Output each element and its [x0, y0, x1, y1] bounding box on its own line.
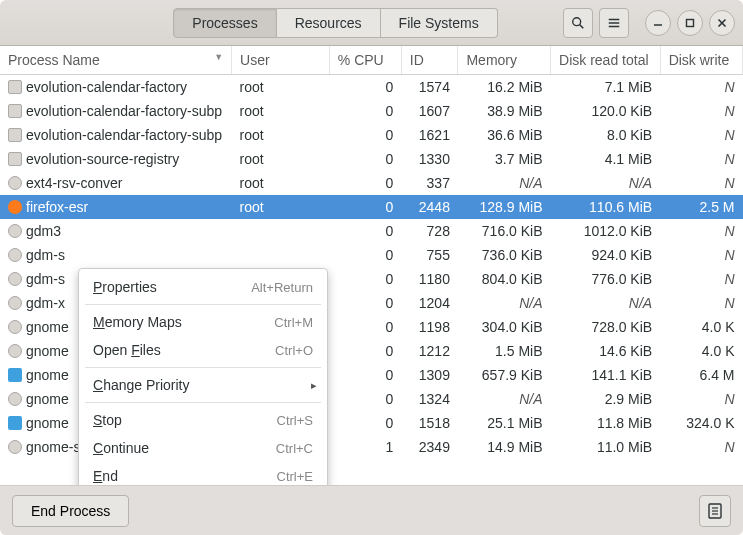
cell-memory: N/A	[458, 387, 551, 411]
menu-item-label: Stop	[93, 412, 122, 428]
process-name: gnome	[26, 343, 69, 359]
tab-filesystems[interactable]: File Systems	[381, 8, 498, 38]
sort-indicator-icon: ▼	[214, 52, 223, 62]
process-icon	[8, 128, 22, 142]
cell-disk-write: N	[660, 75, 742, 100]
menu-item-label: Memory Maps	[93, 314, 182, 330]
col-header-user[interactable]: User	[232, 46, 330, 75]
minimize-button[interactable]	[645, 10, 671, 36]
close-button[interactable]	[709, 10, 735, 36]
search-button[interactable]	[563, 8, 593, 38]
cell-cpu: 0	[329, 171, 401, 195]
process-icon	[8, 320, 22, 334]
cell-cpu: 0	[329, 291, 401, 315]
cell-disk-write: N	[660, 387, 742, 411]
cell-disk-read-total: 728.0 KiB	[551, 315, 661, 339]
process-icon	[8, 272, 22, 286]
svg-rect-6	[687, 19, 694, 26]
table-row[interactable]: evolution-source-registry root 0 1330 3.…	[0, 147, 743, 171]
hamburger-icon	[607, 16, 621, 30]
cell-cpu: 0	[329, 363, 401, 387]
menu-item-continue[interactable]: ContinueCtrl+C	[79, 434, 327, 462]
cell-id: 337	[401, 171, 458, 195]
menu-item-change-priority[interactable]: Change Priority	[79, 371, 327, 399]
cell-id: 1621	[401, 123, 458, 147]
properties-button[interactable]	[699, 495, 731, 527]
menu-item-accel: Ctrl+M	[274, 315, 313, 330]
col-header-name[interactable]: Process Name ▼	[0, 46, 232, 75]
col-header-id[interactable]: ID	[401, 46, 458, 75]
menu-item-accel: Ctrl+S	[277, 413, 313, 428]
cell-id: 1180	[401, 267, 458, 291]
tab-processes[interactable]: Processes	[173, 8, 276, 38]
cell-disk-read-total: 2.9 MiB	[551, 387, 661, 411]
cell-disk-write: N	[660, 171, 742, 195]
end-process-button[interactable]: End Process	[12, 495, 129, 527]
process-icon	[8, 416, 22, 430]
process-icon	[8, 440, 22, 454]
col-header-disk-read-total[interactable]: Disk read total	[551, 46, 661, 75]
menu-item-properties[interactable]: PropertiesAlt+Return	[79, 273, 327, 301]
process-icon	[8, 368, 22, 382]
menu-separator	[85, 304, 321, 305]
cell-id: 1574	[401, 75, 458, 100]
cell-user: root	[232, 171, 330, 195]
cell-disk-read-total: 776.0 KiB	[551, 267, 661, 291]
table-row[interactable]: evolution-calendar-factory-subp root 0 1…	[0, 99, 743, 123]
cell-memory: 1.5 MiB	[458, 339, 551, 363]
maximize-button[interactable]	[677, 10, 703, 36]
cell-cpu: 0	[329, 99, 401, 123]
process-name: gdm3	[26, 223, 61, 239]
table-row[interactable]: gdm3 0 728 716.0 KiB 1012.0 KiB N	[0, 219, 743, 243]
cell-disk-read-total: 1012.0 KiB	[551, 219, 661, 243]
minimize-icon	[653, 18, 663, 28]
menu-button[interactable]	[599, 8, 629, 38]
cell-memory: 128.9 MiB	[458, 195, 551, 219]
cell-disk-read-total: 141.1 KiB	[551, 363, 661, 387]
process-name: gdm-s	[26, 247, 65, 263]
close-icon	[717, 18, 727, 28]
process-icon	[8, 296, 22, 310]
cell-cpu: 0	[329, 75, 401, 100]
menu-item-stop[interactable]: StopCtrl+S	[79, 406, 327, 434]
cell-disk-write: 4.0 K	[660, 315, 742, 339]
cell-cpu: 0	[329, 339, 401, 363]
cell-disk-read-total: 14.6 KiB	[551, 339, 661, 363]
table-row[interactable]: gdm-s 0 755 736.0 KiB 924.0 KiB N	[0, 243, 743, 267]
cell-id: 1204	[401, 291, 458, 315]
cell-id: 755	[401, 243, 458, 267]
cell-disk-read-total: N/A	[551, 291, 661, 315]
tab-resources[interactable]: Resources	[277, 8, 381, 38]
table-row[interactable]: evolution-calendar-factory-subp root 0 1…	[0, 123, 743, 147]
process-icon	[8, 248, 22, 262]
cell-disk-read-total: 8.0 KiB	[551, 123, 661, 147]
cell-disk-write: N	[660, 219, 742, 243]
menu-item-end[interactable]: EndCtrl+E	[79, 462, 327, 485]
menu-item-open-files[interactable]: Open FilesCtrl+O	[79, 336, 327, 364]
table-row[interactable]: firefox-esr root 0 2448 128.9 MiB 110.6 …	[0, 195, 743, 219]
menu-item-accel: Ctrl+C	[276, 441, 313, 456]
cell-id: 1324	[401, 387, 458, 411]
cell-memory: 14.9 MiB	[458, 435, 551, 459]
cell-disk-read-total: 11.0 MiB	[551, 435, 661, 459]
col-header-cpu[interactable]: % CPU	[329, 46, 401, 75]
cell-id: 1198	[401, 315, 458, 339]
col-header-disk-write[interactable]: Disk write	[660, 46, 742, 75]
cell-cpu: 0	[329, 267, 401, 291]
menu-item-label: Continue	[93, 440, 149, 456]
cell-disk-write: N	[660, 99, 742, 123]
search-icon	[571, 16, 585, 30]
cell-user: root	[232, 147, 330, 171]
cell-user	[232, 219, 330, 243]
process-icon	[8, 344, 22, 358]
col-header-memory[interactable]: Memory	[458, 46, 551, 75]
table-row[interactable]: ext4-rsv-conver root 0 337 N/A N/A N	[0, 171, 743, 195]
process-icon	[8, 392, 22, 406]
menu-item-memory-maps[interactable]: Memory MapsCtrl+M	[79, 308, 327, 336]
table-row[interactable]: evolution-calendar-factory root 0 1574 1…	[0, 75, 743, 100]
footer: End Process	[0, 485, 743, 535]
process-icon	[8, 224, 22, 238]
menu-separator	[85, 402, 321, 403]
cell-disk-read-total: 7.1 MiB	[551, 75, 661, 100]
cell-cpu: 1	[329, 435, 401, 459]
